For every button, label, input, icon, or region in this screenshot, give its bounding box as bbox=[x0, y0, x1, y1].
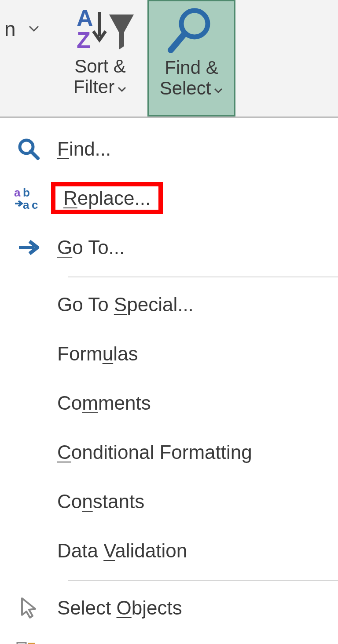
menu-item-comments[interactable]: Comments bbox=[0, 378, 338, 428]
ribbon: n A Z Sort & Filter bbox=[0, 0, 338, 118]
highlight-box: Replace... bbox=[51, 182, 163, 214]
svg-line-7 bbox=[31, 151, 38, 158]
menu-item-goto[interactable]: Go To... bbox=[0, 223, 338, 272]
svg-text:a: a bbox=[23, 198, 29, 211]
svg-text:Z: Z bbox=[77, 27, 91, 52]
svg-marker-3 bbox=[109, 15, 134, 50]
selection-pane-icon bbox=[0, 641, 57, 644]
ribbon-fragment-letter: n bbox=[4, 17, 16, 41]
menu-item-data-validation[interactable]: Data Validation bbox=[0, 526, 338, 575]
sort-filter-label-2: Filter bbox=[73, 76, 114, 97]
menu-item-find[interactable]: Find... bbox=[0, 124, 338, 174]
cursor-icon bbox=[0, 596, 57, 620]
magnifier-icon bbox=[163, 6, 220, 55]
arrow-right-icon bbox=[0, 239, 57, 256]
menu-separator bbox=[68, 580, 338, 581]
find-select-label-2: Select bbox=[160, 78, 211, 98]
menu-item-go-to-special[interactable]: Go To Special... bbox=[0, 280, 338, 329]
menu-item-replace[interactable]: a b a c Replace... bbox=[0, 174, 338, 223]
menu-separator bbox=[68, 277, 338, 277]
replace-icon: a b a c bbox=[0, 186, 57, 211]
sort-filter-label-1: Sort & bbox=[74, 56, 126, 76]
svg-line-5 bbox=[171, 33, 185, 50]
chevron-down-icon bbox=[117, 76, 127, 97]
menu-item-selection-pane[interactable]: Selection Pane... bbox=[0, 633, 338, 644]
menu-item-constants[interactable]: Constants bbox=[0, 477, 338, 526]
ribbon-fragment: n bbox=[0, 0, 53, 116]
sort-and-filter-button[interactable]: A Z Sort & Filter bbox=[53, 0, 147, 116]
svg-text:a: a bbox=[14, 186, 21, 199]
find-select-menu: Find... a b a c Replace... Go To... Go bbox=[0, 118, 338, 644]
svg-text:b: b bbox=[23, 186, 30, 199]
find-select-label-1: Find & bbox=[165, 57, 218, 78]
ribbon-spacer bbox=[235, 0, 338, 116]
menu-item-formulas[interactable]: Formulas bbox=[0, 329, 338, 378]
svg-marker-14 bbox=[22, 598, 35, 618]
svg-text:c: c bbox=[32, 198, 38, 211]
chevron-down-icon bbox=[213, 78, 223, 98]
sort-filter-icon: A Z bbox=[65, 6, 136, 52]
find-and-select-button[interactable]: Find & Select bbox=[147, 0, 235, 116]
search-icon bbox=[0, 136, 57, 162]
dropdown-caret-icon[interactable] bbox=[28, 22, 40, 36]
menu-item-conditional-formatting[interactable]: Conditional Formatting bbox=[0, 428, 338, 477]
menu-item-select-objects[interactable]: Select Objects bbox=[0, 583, 338, 633]
